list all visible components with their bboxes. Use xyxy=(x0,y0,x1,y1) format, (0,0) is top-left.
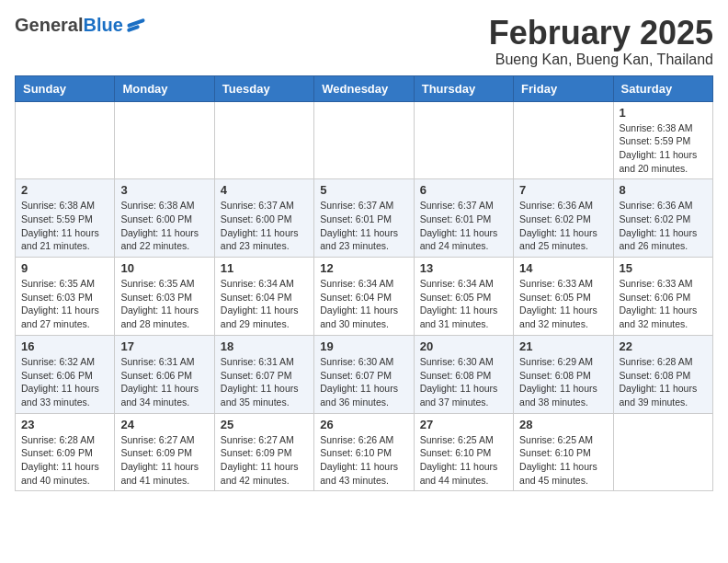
weekday-saturday: Saturday xyxy=(613,75,712,101)
calendar-week-4: 23Sunrise: 6:28 AMSunset: 6:09 PMDayligh… xyxy=(16,413,713,491)
calendar-cell: 14Sunrise: 6:33 AMSunset: 6:05 PMDayligh… xyxy=(514,258,613,336)
logo-icon xyxy=(127,21,145,30)
calendar-cell: 17Sunrise: 6:31 AMSunset: 6:06 PMDayligh… xyxy=(115,335,214,413)
location-title: Bueng Kan, Bueng Kan, Thailand xyxy=(489,52,713,68)
day-number: 18 xyxy=(221,339,308,353)
day-info: Sunrise: 6:34 AMSunset: 6:04 PMDaylight:… xyxy=(221,277,308,331)
calendar-cell: 15Sunrise: 6:33 AMSunset: 6:06 PMDayligh… xyxy=(613,258,712,336)
calendar-cell: 6Sunrise: 6:37 AMSunset: 6:01 PMDaylight… xyxy=(414,179,513,258)
day-info: Sunrise: 6:28 AMSunset: 6:08 PMDaylight:… xyxy=(620,355,707,409)
calendar-table: SundayMondayTuesdayWednesdayThursdayFrid… xyxy=(15,75,713,492)
day-info: Sunrise: 6:36 AMSunset: 6:02 PMDaylight:… xyxy=(620,199,707,253)
calendar-cell: 4Sunrise: 6:37 AMSunset: 6:00 PMDaylight… xyxy=(214,179,313,258)
calendar-week-0: 1Sunrise: 6:38 AMSunset: 5:59 PMDaylight… xyxy=(16,101,713,179)
day-number: 14 xyxy=(519,261,607,275)
logo-blue: Blue xyxy=(83,15,122,35)
day-number: 6 xyxy=(420,183,507,197)
day-info: Sunrise: 6:38 AMSunset: 6:00 PMDaylight:… xyxy=(120,199,208,253)
calendar-cell: 11Sunrise: 6:34 AMSunset: 6:04 PMDayligh… xyxy=(214,258,313,336)
day-info: Sunrise: 6:35 AMSunset: 6:03 PMDaylight:… xyxy=(120,277,208,331)
calendar-cell: 19Sunrise: 6:30 AMSunset: 6:07 PMDayligh… xyxy=(314,335,414,413)
day-info: Sunrise: 6:38 AMSunset: 5:59 PMDaylight:… xyxy=(21,199,108,253)
day-info: Sunrise: 6:30 AMSunset: 6:07 PMDaylight:… xyxy=(320,355,407,409)
weekday-header-row: SundayMondayTuesdayWednesdayThursdayFrid… xyxy=(16,75,713,101)
calendar-cell: 13Sunrise: 6:34 AMSunset: 6:05 PMDayligh… xyxy=(414,258,513,336)
day-number: 9 xyxy=(21,261,108,275)
calendar-cell xyxy=(314,101,414,179)
logo: GeneralBlue xyxy=(15,15,145,36)
day-number: 23 xyxy=(21,418,108,431)
day-info: Sunrise: 6:37 AMSunset: 6:01 PMDaylight:… xyxy=(420,199,507,253)
title-block: February 2025 Bueng Kan, Bueng Kan, Thai… xyxy=(489,15,713,68)
calendar-cell: 21Sunrise: 6:29 AMSunset: 6:08 PMDayligh… xyxy=(514,335,613,413)
day-number: 7 xyxy=(519,183,607,197)
day-number: 20 xyxy=(420,339,507,353)
calendar-cell xyxy=(214,101,313,179)
calendar-week-1: 2Sunrise: 6:38 AMSunset: 5:59 PMDaylight… xyxy=(16,179,713,258)
day-number: 17 xyxy=(120,339,208,353)
day-info: Sunrise: 6:31 AMSunset: 6:06 PMDaylight:… xyxy=(120,355,208,409)
calendar-cell: 12Sunrise: 6:34 AMSunset: 6:04 PMDayligh… xyxy=(314,258,414,336)
day-info: Sunrise: 6:25 AMSunset: 6:10 PMDaylight:… xyxy=(519,433,607,488)
calendar-cell: 7Sunrise: 6:36 AMSunset: 6:02 PMDaylight… xyxy=(514,179,613,258)
calendar-cell: 16Sunrise: 6:32 AMSunset: 6:06 PMDayligh… xyxy=(16,335,115,413)
weekday-sunday: Sunday xyxy=(16,75,115,101)
day-info: Sunrise: 6:37 AMSunset: 6:01 PMDaylight:… xyxy=(320,199,407,253)
calendar-cell: 5Sunrise: 6:37 AMSunset: 6:01 PMDaylight… xyxy=(314,179,414,258)
calendar-cell xyxy=(115,101,214,179)
logo-text: GeneralBlue xyxy=(15,15,123,36)
month-title: February 2025 xyxy=(489,15,713,52)
calendar-cell: 1Sunrise: 6:38 AMSunset: 5:59 PMDaylight… xyxy=(613,101,712,179)
day-info: Sunrise: 6:27 AMSunset: 6:09 PMDaylight:… xyxy=(120,433,208,488)
calendar-cell: 20Sunrise: 6:30 AMSunset: 6:08 PMDayligh… xyxy=(414,335,513,413)
day-info: Sunrise: 6:29 AMSunset: 6:08 PMDaylight:… xyxy=(519,355,607,409)
calendar-cell xyxy=(613,413,712,491)
day-info: Sunrise: 6:30 AMSunset: 6:08 PMDaylight:… xyxy=(420,355,507,409)
day-number: 11 xyxy=(221,261,308,275)
day-info: Sunrise: 6:34 AMSunset: 6:05 PMDaylight:… xyxy=(420,277,507,331)
day-number: 12 xyxy=(320,261,407,275)
calendar-cell: 28Sunrise: 6:25 AMSunset: 6:10 PMDayligh… xyxy=(514,413,613,491)
page-header: GeneralBlue February 2025 Bueng Kan, Bue… xyxy=(15,15,713,68)
weekday-thursday: Thursday xyxy=(414,75,513,101)
logo-general: General xyxy=(15,15,83,35)
day-number: 25 xyxy=(221,418,308,431)
day-number: 21 xyxy=(519,339,607,353)
day-number: 26 xyxy=(320,418,407,431)
day-info: Sunrise: 6:34 AMSunset: 6:04 PMDaylight:… xyxy=(320,277,407,331)
day-number: 8 xyxy=(620,183,707,197)
weekday-wednesday: Wednesday xyxy=(314,75,414,101)
day-info: Sunrise: 6:33 AMSunset: 6:06 PMDaylight:… xyxy=(620,277,707,331)
day-info: Sunrise: 6:28 AMSunset: 6:09 PMDaylight:… xyxy=(21,433,108,488)
day-number: 5 xyxy=(320,183,407,197)
calendar-cell: 9Sunrise: 6:35 AMSunset: 6:03 PMDaylight… xyxy=(16,258,115,336)
day-number: 28 xyxy=(519,418,607,431)
calendar-week-3: 16Sunrise: 6:32 AMSunset: 6:06 PMDayligh… xyxy=(16,335,713,413)
calendar-cell xyxy=(414,101,513,179)
calendar-cell: 26Sunrise: 6:26 AMSunset: 6:10 PMDayligh… xyxy=(314,413,414,491)
calendar-cell: 18Sunrise: 6:31 AMSunset: 6:07 PMDayligh… xyxy=(214,335,313,413)
day-info: Sunrise: 6:25 AMSunset: 6:10 PMDaylight:… xyxy=(420,433,507,488)
weekday-tuesday: Tuesday xyxy=(214,75,313,101)
calendar-cell: 10Sunrise: 6:35 AMSunset: 6:03 PMDayligh… xyxy=(115,258,214,336)
day-info: Sunrise: 6:36 AMSunset: 6:02 PMDaylight:… xyxy=(519,199,607,253)
day-info: Sunrise: 6:26 AMSunset: 6:10 PMDaylight:… xyxy=(320,433,407,488)
calendar-cell xyxy=(16,101,115,179)
day-number: 24 xyxy=(120,418,208,431)
day-number: 1 xyxy=(620,106,707,120)
calendar-cell xyxy=(514,101,613,179)
calendar-cell: 2Sunrise: 6:38 AMSunset: 5:59 PMDaylight… xyxy=(16,179,115,258)
day-number: 4 xyxy=(221,183,308,197)
calendar-week-2: 9Sunrise: 6:35 AMSunset: 6:03 PMDaylight… xyxy=(16,258,713,336)
day-info: Sunrise: 6:35 AMSunset: 6:03 PMDaylight:… xyxy=(21,277,108,331)
day-number: 27 xyxy=(420,418,507,431)
day-number: 16 xyxy=(21,339,108,353)
calendar-cell: 8Sunrise: 6:36 AMSunset: 6:02 PMDaylight… xyxy=(613,179,712,258)
calendar-cell: 25Sunrise: 6:27 AMSunset: 6:09 PMDayligh… xyxy=(214,413,313,491)
calendar-cell: 24Sunrise: 6:27 AMSunset: 6:09 PMDayligh… xyxy=(115,413,214,491)
day-number: 3 xyxy=(120,183,208,197)
weekday-monday: Monday xyxy=(115,75,214,101)
day-info: Sunrise: 6:38 AMSunset: 5:59 PMDaylight:… xyxy=(620,121,707,176)
day-number: 19 xyxy=(320,339,407,353)
weekday-friday: Friday xyxy=(514,75,613,101)
